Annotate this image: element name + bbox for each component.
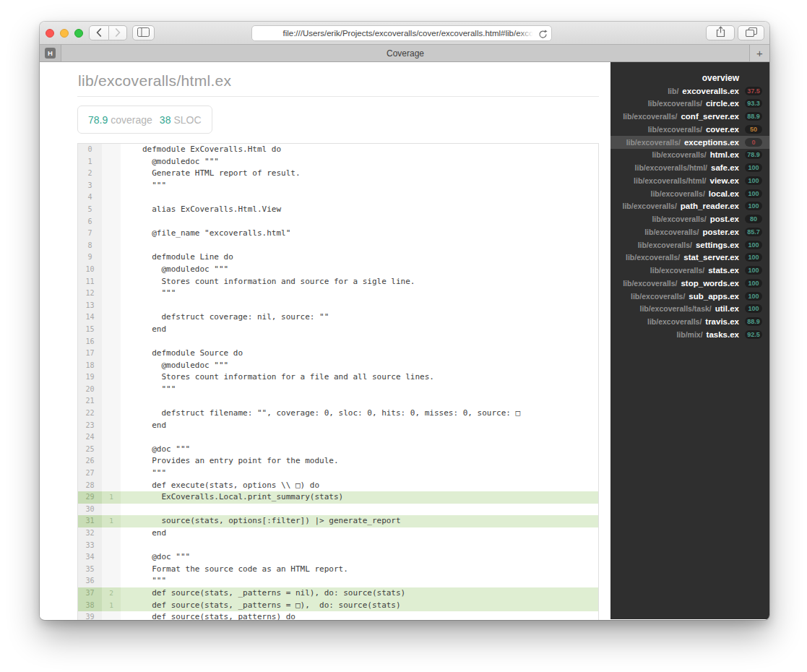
sidebar-file-item[interactable]: lib/excoveralls/task/ util.ex 100 (610, 303, 769, 316)
code-line: 8 (78, 240, 598, 252)
coverage-percent-badge: 92.5 (745, 330, 762, 339)
line-number: 17 (78, 348, 102, 360)
share-button[interactable] (706, 25, 735, 40)
line-hit-count (102, 191, 121, 204)
line-number: 30 (78, 504, 102, 516)
line-source-text: @doc """ (121, 444, 598, 456)
sidebar-file-item[interactable]: lib/excoveralls/ conf_server.ex 88.9 (610, 110, 769, 123)
coverage-pill-column: 92.5 (741, 330, 766, 339)
sidebar-file-item[interactable]: lib/mix/ tasks.ex 92.5 (610, 328, 769, 341)
coverage-percent-badge: 100 (745, 189, 762, 198)
line-hit-count: 1 (102, 515, 121, 527)
sidebar-file-item[interactable]: lib/excoveralls/ path_reader.ex 100 (610, 200, 769, 213)
sidebar-file-item[interactable]: lib/excoveralls/ html.ex 78.9 (610, 149, 769, 162)
back-button[interactable] (89, 25, 109, 40)
line-source-text (121, 336, 598, 348)
sidebar-file-item[interactable]: lib/excoveralls/ travis.ex 88.9 (610, 315, 769, 328)
line-hit-count (102, 384, 121, 396)
line-source-text: @file_name "excoveralls.html" (121, 228, 598, 240)
line-source-text: defstruct filename: "", coverage: 0, slo… (121, 408, 598, 420)
line-source-text: end (121, 527, 598, 540)
show-all-tabs-button[interactable] (738, 25, 764, 40)
coverage-pill-column: 100 (741, 304, 766, 313)
url-text: file:///Users/erik/Projects/excoveralls/… (252, 29, 551, 38)
reload-icon[interactable] (538, 29, 548, 38)
coverage-percent-badge: 78.9 (745, 150, 762, 159)
sidebar-file-item[interactable]: lib/excoveralls/ poster.ex 85.7 (610, 225, 769, 238)
line-source-text (121, 191, 598, 204)
code-line: 0 defmodule ExCoveralls.Html do (78, 144, 598, 156)
coverage-pill-column: 100 (741, 189, 766, 198)
code-line: 3 """ (78, 180, 598, 192)
coverage-percent-badge: 100 (745, 176, 762, 185)
line-number: 37 (78, 587, 102, 600)
coverage-percent-badge: 100 (745, 279, 762, 288)
sidebar-file-item[interactable]: lib/excoveralls/html/ safe.ex 100 (610, 161, 769, 174)
file-name: circle.ex (706, 99, 739, 108)
line-hit-count (102, 348, 121, 360)
sidebar-file-item[interactable]: lib/excoveralls/ stop_words.ex 100 (610, 277, 769, 290)
sidebar-file-item[interactable]: lib/excoveralls/ sub_apps.ex 100 (610, 290, 769, 303)
sidebar-file-item[interactable]: lib/excoveralls/ exceptions.ex 0 (610, 136, 769, 149)
file-dir-prefix: lib/excoveralls/ (644, 228, 699, 236)
coverage-percent-badge: 100 (745, 292, 762, 301)
sidebar-file-item[interactable]: lib/excoveralls/html/ view.ex 100 (610, 174, 769, 187)
address-bar[interactable]: file:///Users/erik/Projects/excoveralls/… (251, 25, 552, 41)
coverage-pill-column: 100 (741, 266, 766, 275)
line-number: 3 (78, 180, 102, 192)
sidebar-file-item[interactable]: lib/excoveralls/ stats.ex 100 (610, 264, 769, 277)
code-line: 36 """ (78, 575, 598, 587)
line-number: 38 (78, 600, 102, 612)
code-line: 30 (78, 504, 598, 516)
tab-bar: H Coverage + (40, 45, 769, 62)
line-hit-count (102, 611, 121, 620)
line-source-text (121, 395, 598, 408)
tab-coverage[interactable]: Coverage (61, 45, 749, 61)
line-number: 13 (78, 300, 102, 312)
line-source-text: defstruct coverage: nil, source: "" (121, 311, 598, 324)
file-dir-prefix: lib/excoveralls/ (623, 112, 677, 121)
sidebar-file-item[interactable]: lib/excoveralls/ circle.ex 93.3 (610, 98, 769, 111)
close-window-button[interactable] (46, 29, 54, 38)
file-name: stats.ex (708, 266, 739, 275)
file-name: travis.ex (705, 317, 739, 326)
line-hit-count (102, 228, 121, 240)
coverage-pill-column: 100 (741, 279, 766, 288)
code-line: 6 (78, 216, 598, 228)
line-hit-count (102, 504, 121, 516)
coverage-percent-badge: 88.9 (745, 317, 762, 326)
sidebar-file-item[interactable]: lib/excoveralls/ cover.ex 50 (610, 123, 769, 136)
coverage-percent-badge: 100 (745, 241, 762, 249)
line-number: 15 (78, 324, 102, 336)
sidebar-file-item[interactable]: lib/ excoveralls.ex 37.5 (610, 85, 769, 98)
sidebar-file-item[interactable]: lib/excoveralls/ stat_server.ex 100 (610, 251, 769, 264)
forward-button[interactable] (109, 25, 127, 40)
line-source-text (121, 504, 598, 516)
minimize-window-button[interactable] (60, 29, 69, 38)
pinned-tab[interactable]: H (40, 45, 61, 61)
code-line: 4 (78, 191, 598, 204)
sidebar-file-item[interactable]: overview (610, 72, 769, 85)
sidebar-file-item[interactable]: lib/excoveralls/ settings.ex 100 (610, 238, 769, 251)
code-line: 17 defmodule Source do (78, 348, 598, 360)
tabs-overview-icon (746, 27, 757, 40)
sidebar-panel-icon (137, 27, 150, 40)
coverage-pill-column: 78.9 (741, 150, 766, 159)
line-source-text (121, 300, 598, 312)
line-hit-count (102, 240, 121, 252)
sidebar-toggle-button[interactable] (132, 25, 155, 40)
sidebar-file-item[interactable]: lib/excoveralls/ post.ex 80 (610, 212, 769, 225)
zoom-window-button[interactable] (74, 29, 83, 38)
line-number: 4 (78, 191, 102, 204)
file-dir-prefix: lib/excoveralls/ (648, 125, 702, 134)
url-fade (518, 27, 537, 40)
line-source-text: defmodule Line do (121, 251, 598, 264)
sidebar-file-item[interactable]: lib/excoveralls/ local.ex 100 (610, 187, 769, 200)
line-source-text: Stores count information and source for … (121, 276, 598, 288)
coverage-pill-column: 100 (741, 163, 766, 172)
code-line: 18 @moduledoc """ (78, 360, 598, 372)
code-line: 29 1 ExCoveralls.Local.print_summary(sta… (78, 491, 598, 504)
new-tab-button[interactable]: + (749, 45, 769, 61)
sloc-value: 38 (160, 114, 171, 126)
line-number: 8 (78, 240, 102, 252)
